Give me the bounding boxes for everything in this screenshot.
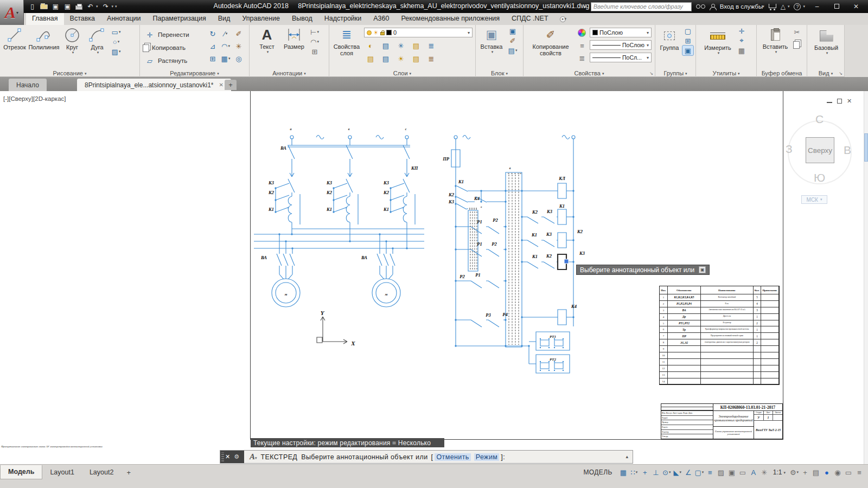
copy-button[interactable]: Копировать: [144, 43, 186, 52]
customize-icon[interactable]: ≡: [854, 467, 865, 477]
trim-icon[interactable]: ∕▾: [220, 29, 231, 38]
ribbon-tab-спдс-net[interactable]: СПДС .NET: [506, 13, 554, 25]
search-scope-icon[interactable]: ▸: [584, 4, 586, 9]
lineweight-combobox[interactable]: ПоСлою ▾: [590, 40, 652, 50]
share-icon[interactable]: △: [781, 3, 786, 10]
workspace-gear-icon[interactable]: ⚙▾: [789, 467, 800, 477]
selection-cycling-icon[interactable]: ▣: [726, 467, 737, 477]
vertical-scrollbar[interactable]: [864, 91, 868, 464]
circle-button[interactable]: Круг: [61, 27, 84, 55]
panel-label-annotation[interactable]: Аннотации: [250, 70, 329, 76]
command-customize-icon[interactable]: ⚙: [234, 453, 239, 460]
polar-tracking-icon[interactable]: ⊙▾: [661, 467, 672, 477]
lineweight-icon[interactable]: ≡: [577, 41, 588, 50]
calculator-icon[interactable]: ▦: [736, 46, 747, 55]
edit-attrib-icon[interactable]: ▤▾: [507, 46, 518, 55]
layer-lock-icon[interactable]: ▤: [411, 41, 422, 50]
layer-unlock-icon[interactable]: ▤: [411, 54, 422, 63]
ribbon-tab-управление[interactable]: Управление: [236, 13, 286, 25]
signin-user-icon[interactable]: [710, 4, 716, 10]
ribbon-tab-параметризация[interactable]: Параметризация: [147, 13, 212, 25]
isodraft-icon[interactable]: ◣▾: [672, 467, 683, 477]
edit-block-icon[interactable]: ✐: [507, 36, 518, 46]
graphics-performance-icon[interactable]: ◉: [832, 467, 843, 477]
layer-combobox[interactable]: ☀ 0 ▾: [364, 28, 473, 37]
layer-isolate-icon[interactable]: ▤: [380, 41, 391, 50]
tooltip-help-icon[interactable]: ▣: [699, 266, 706, 273]
dynamic-ucs-icon[interactable]: ▭: [737, 467, 748, 477]
ribbon-display-toggle[interactable]: ●▾: [560, 13, 567, 25]
ribbon-tab-аннотации[interactable]: Аннотации: [101, 13, 146, 25]
osnap-tracking-icon[interactable]: ∠: [683, 467, 694, 477]
grid-icon[interactable]: ▦: [618, 467, 629, 477]
quick-properties-icon[interactable]: ▤: [810, 467, 821, 477]
ribbon-tab-вывод[interactable]: Вывод: [286, 13, 318, 25]
osnap-icon[interactable]: ▢▾: [694, 467, 705, 477]
quick-select-icon[interactable]: ✛: [736, 26, 747, 36]
layout2-tab[interactable]: Layout2: [82, 466, 121, 479]
model-tab[interactable]: Модель: [0, 465, 42, 479]
file-tab-document[interactable]: 8Printsipialnaya_ele...atsionnoy_ustanov…: [77, 79, 231, 91]
erase-icon[interactable]: ✐: [233, 29, 244, 38]
search-input[interactable]: [591, 2, 692, 11]
group-button[interactable]: Группа: [658, 27, 681, 51]
dynamic-input-icon[interactable]: +: [640, 467, 650, 477]
viewcube-west[interactable]: З: [786, 143, 793, 156]
panel-label-draw[interactable]: Рисование: [0, 70, 139, 76]
create-block-icon[interactable]: ▣: [507, 26, 518, 36]
model-space-label[interactable]: МОДЕЛЬ: [583, 468, 612, 476]
mirror-icon[interactable]: ⊿: [207, 41, 218, 51]
wcs-menu[interactable]: МСК▾: [801, 195, 827, 204]
panel-label-block[interactable]: Блок: [476, 70, 523, 76]
panel-label-layers[interactable]: Слои: [329, 70, 475, 76]
panel-label-utilities[interactable]: Утилиты: [696, 70, 756, 76]
ellipse-icon[interactable]: ○▾: [111, 37, 122, 47]
multileader-icon[interactable]: ⊢▾: [309, 27, 320, 37]
insert-block-button[interactable]: ▣Вставка: [478, 26, 505, 54]
polyline-button[interactable]: Полилиния: [28, 27, 60, 50]
scale-icon[interactable]: ⊞: [207, 54, 218, 63]
snap-icon[interactable]: ∷▾: [629, 467, 640, 477]
move-button[interactable]: ✛Перенести: [144, 30, 189, 40]
measure-button[interactable]: Измерить: [701, 27, 734, 55]
ungroup-icon[interactable]: ▢: [682, 26, 693, 36]
panel-label-modify[interactable]: Редактирование: [140, 70, 249, 76]
id-point-icon[interactable]: ⌖: [736, 36, 747, 46]
base-view-button[interactable]: Базовый: [812, 27, 841, 55]
leader-icon[interactable]: ◠▾: [309, 37, 320, 47]
lineweight-icon[interactable]: ≡: [705, 467, 716, 477]
new-drawing-tab-button[interactable]: +: [225, 80, 237, 90]
copy-clip-icon[interactable]: [793, 41, 800, 49]
ribbon-tab-надстройки[interactable]: Надстройки: [318, 13, 368, 25]
layer-walk-icon[interactable]: ≣: [426, 54, 437, 63]
annotation-visibility-icon[interactable]: А: [748, 467, 759, 477]
explode-icon[interactable]: ✳: [233, 41, 244, 51]
command-option-mode[interactable]: Режим: [474, 453, 500, 461]
group-select-icon[interactable]: ▣: [682, 46, 693, 55]
close-button[interactable]: ✕: [848, 3, 864, 10]
command-prompt[interactable]: ТЕКСТРЕД Выберите аннотационный объект и…: [261, 453, 505, 461]
ortho-icon[interactable]: ⊥: [650, 467, 661, 477]
layer-properties-button[interactable]: ≣ Свойстваслоя: [331, 26, 362, 57]
layer-on-icon[interactable]: ▤: [365, 54, 376, 63]
command-close-icon[interactable]: ✕: [225, 453, 230, 460]
panel-label-groups[interactable]: Группы: [655, 70, 695, 76]
signin-button[interactable]: Вход в службы▾: [720, 3, 764, 10]
layer-states-icon[interactable]: ≣: [426, 41, 437, 50]
stretch-button[interactable]: ▱Растянуть: [144, 56, 187, 66]
ribbon-tab-рекомендованные-приложения[interactable]: Рекомендованные приложения: [395, 13, 506, 25]
match-properties-button[interactable]: ✐ Копированиесвойств: [527, 26, 575, 57]
minimize-button[interactable]: –: [809, 3, 825, 10]
restore-button[interactable]: [829, 3, 844, 10]
viewport-minimize-icon[interactable]: [827, 99, 832, 103]
ribbon-tab-a360[interactable]: A360: [367, 13, 395, 25]
dimension-button[interactable]: Размер: [281, 26, 307, 50]
view-dialog-launcher[interactable]: ↘: [839, 71, 843, 76]
rotate-icon[interactable]: ↻: [207, 29, 218, 38]
color-combobox[interactable]: ПоСлою ▾: [590, 28, 652, 37]
command-line-grip[interactable]: ✕ ⚙: [220, 451, 244, 463]
app-store-icon[interactable]: [769, 4, 776, 8]
arc-button[interactable]: Дуга: [86, 27, 108, 55]
fillet-icon[interactable]: ◠▾: [220, 41, 231, 51]
viewport-restore-icon[interactable]: [837, 99, 842, 104]
